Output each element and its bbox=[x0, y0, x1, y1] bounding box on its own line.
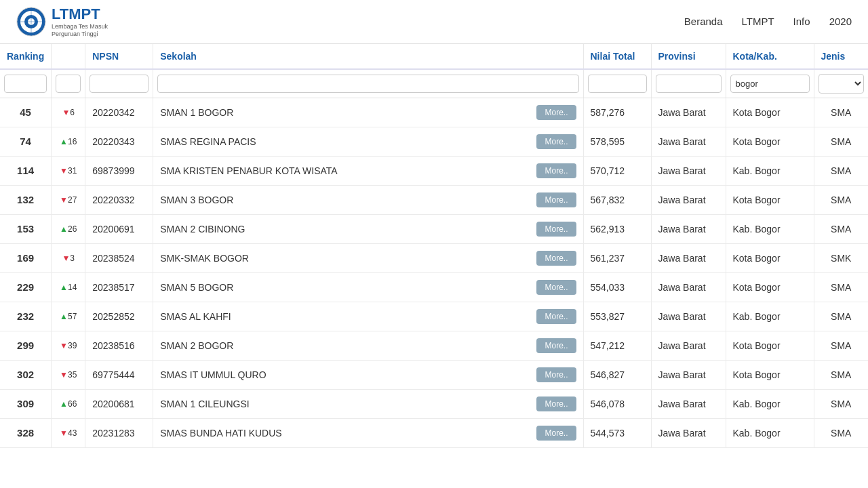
cell-type: SMA bbox=[814, 185, 868, 214]
nav-beranda[interactable]: Beranda bbox=[684, 16, 723, 27]
cell-school: SMAS REGINA PACISMore.. bbox=[153, 127, 583, 156]
col-header-nilai-total: Nilai Total bbox=[583, 44, 651, 69]
cell-change: ▼3 bbox=[52, 243, 85, 272]
more-button[interactable]: More.. bbox=[536, 105, 576, 120]
cell-score: 553,827 bbox=[583, 302, 651, 331]
cell-npsn: 20200681 bbox=[85, 389, 153, 418]
cell-school: SMAN 1 CILEUNGSIMore.. bbox=[153, 389, 583, 418]
cell-city: Kota Bogor bbox=[726, 360, 814, 389]
school-name: SMAN 1 BOGOR bbox=[160, 107, 233, 118]
cell-province: Jawa Barat bbox=[651, 360, 726, 389]
more-button[interactable]: More.. bbox=[536, 192, 576, 207]
cell-change: ▲57 bbox=[52, 302, 85, 331]
arrow-down-icon: ▼ bbox=[60, 341, 68, 350]
table-row: 299▼3920238516SMAN 2 BOGORMore..547,212J… bbox=[0, 331, 868, 360]
cell-score: 546,078 bbox=[583, 389, 651, 418]
cell-school: SMAN 2 BOGORMore.. bbox=[153, 331, 583, 360]
brand-title: LTMPT bbox=[52, 5, 126, 23]
filter-ranking[interactable] bbox=[4, 75, 47, 93]
cell-school: SMAS AL KAHFIMore.. bbox=[153, 302, 583, 331]
cell-school: SMAN 2 CIBINONGMore.. bbox=[153, 214, 583, 243]
filter-provinsi[interactable] bbox=[656, 75, 722, 93]
table-row: 309▲6620200681SMAN 1 CILEUNGSIMore..546,… bbox=[0, 389, 868, 418]
cell-city: Kota Bogor bbox=[726, 272, 814, 302]
col-header-npsn: NPSN bbox=[85, 44, 153, 69]
table-row: 45▼620220342SMAN 1 BOGORMore..587,276Jaw… bbox=[0, 98, 868, 127]
cell-type: SMA bbox=[814, 389, 868, 418]
cell-province: Jawa Barat bbox=[651, 98, 726, 127]
more-button[interactable]: More.. bbox=[536, 222, 576, 237]
cell-type: SMA bbox=[814, 127, 868, 156]
cell-npsn: 20238517 bbox=[85, 272, 153, 302]
filter-nilai-total[interactable] bbox=[588, 75, 647, 93]
cell-change: ▼27 bbox=[52, 185, 85, 214]
change-value: 27 bbox=[68, 196, 77, 205]
cell-type: SMA bbox=[814, 360, 868, 389]
cell-city: Kota Bogor bbox=[726, 243, 814, 272]
more-button[interactable]: More.. bbox=[536, 426, 576, 441]
cell-rank: 169 bbox=[0, 243, 52, 272]
cell-province: Jawa Barat bbox=[651, 243, 726, 272]
cell-school: SMAS IT UMMUL QUROMore.. bbox=[153, 360, 583, 389]
cell-rank: 309 bbox=[0, 389, 52, 418]
nav-info[interactable]: Info bbox=[793, 16, 810, 27]
cell-npsn: 69873999 bbox=[85, 156, 153, 185]
cell-province: Jawa Barat bbox=[651, 418, 726, 447]
more-button[interactable]: More.. bbox=[536, 280, 576, 295]
change-value: 26 bbox=[68, 225, 77, 235]
filter-change[interactable] bbox=[56, 75, 81, 93]
table-row: 132▼2720220332SMAN 3 BOGORMore..567,832J… bbox=[0, 185, 868, 214]
cell-type: SMA bbox=[814, 214, 868, 243]
more-button[interactable]: More.. bbox=[536, 396, 576, 411]
filter-npsn[interactable] bbox=[90, 75, 149, 93]
cell-score: 567,832 bbox=[583, 185, 651, 214]
cell-change: ▼6 bbox=[52, 98, 85, 127]
more-button[interactable]: More.. bbox=[536, 338, 576, 353]
cell-score: 578,595 bbox=[583, 127, 651, 156]
more-button[interactable]: More.. bbox=[536, 134, 576, 149]
navbar: LTMPT Lembaga Tes Masuk Perguruan Tinggi… bbox=[0, 0, 868, 44]
more-button[interactable]: More.. bbox=[536, 163, 576, 178]
arrow-down-icon: ▼ bbox=[60, 370, 68, 380]
more-button[interactable]: More.. bbox=[536, 367, 576, 382]
cell-city: Kota Bogor bbox=[726, 331, 814, 360]
table-row: 229▲1420238517SMAN 5 BOGORMore..554,033J… bbox=[0, 272, 868, 302]
cell-score: 587,276 bbox=[583, 98, 651, 127]
arrow-up-icon: ▲ bbox=[60, 224, 68, 234]
nav-2020[interactable]: 2020 bbox=[829, 16, 852, 27]
change-value: 14 bbox=[68, 283, 77, 293]
cell-city: Kab. Bogor bbox=[726, 156, 814, 185]
filter-kota-kab[interactable] bbox=[730, 75, 810, 93]
cell-rank: 232 bbox=[0, 302, 52, 331]
cell-province: Jawa Barat bbox=[651, 127, 726, 156]
filter-sekolah[interactable] bbox=[157, 75, 578, 93]
change-value: 16 bbox=[68, 138, 77, 147]
cell-change: ▼31 bbox=[52, 156, 85, 185]
change-value: 66 bbox=[68, 400, 77, 409]
col-header-kota-kab: Kota/Kab. bbox=[726, 44, 814, 69]
cell-npsn: 20220332 bbox=[85, 185, 153, 214]
cell-province: Jawa Barat bbox=[651, 302, 726, 331]
filter-jenis[interactable]: SMA SMK MA bbox=[818, 74, 865, 94]
cell-school: SMA KRISTEN PENABUR KOTA WISATAMore.. bbox=[153, 156, 583, 185]
school-name: SMAS IT UMMUL QURO bbox=[160, 369, 266, 380]
cell-city: Kab. Bogor bbox=[726, 302, 814, 331]
cell-rank: 45 bbox=[0, 98, 52, 127]
arrow-down-icon: ▼ bbox=[62, 253, 70, 263]
cell-rank: 229 bbox=[0, 272, 52, 302]
brand-subtitle: Lembaga Tes Masuk Perguruan Tinggi bbox=[52, 23, 126, 38]
brand: LTMPT Lembaga Tes Masuk Perguruan Tinggi bbox=[16, 5, 126, 38]
more-button[interactable]: More.. bbox=[536, 251, 576, 266]
change-value: 31 bbox=[68, 167, 77, 176]
col-header-jenis: Jenis bbox=[814, 44, 868, 69]
cell-school: SMAS BUNDA HATI KUDUSMore.. bbox=[153, 418, 583, 447]
cell-npsn: 20238524 bbox=[85, 243, 153, 272]
table-row: 302▼3569775444SMAS IT UMMUL QUROMore..54… bbox=[0, 360, 868, 389]
cell-score: 570,712 bbox=[583, 156, 651, 185]
table-row: 169▼320238524SMK-SMAK BOGORMore..561,237… bbox=[0, 243, 868, 272]
more-button[interactable]: More.. bbox=[536, 309, 576, 324]
school-name: SMAS AL KAHFI bbox=[160, 311, 231, 322]
table-body: 45▼620220342SMAN 1 BOGORMore..587,276Jaw… bbox=[0, 98, 868, 447]
arrow-down-icon: ▼ bbox=[62, 108, 70, 117]
nav-ltmpt[interactable]: LTMPT bbox=[742, 16, 774, 27]
